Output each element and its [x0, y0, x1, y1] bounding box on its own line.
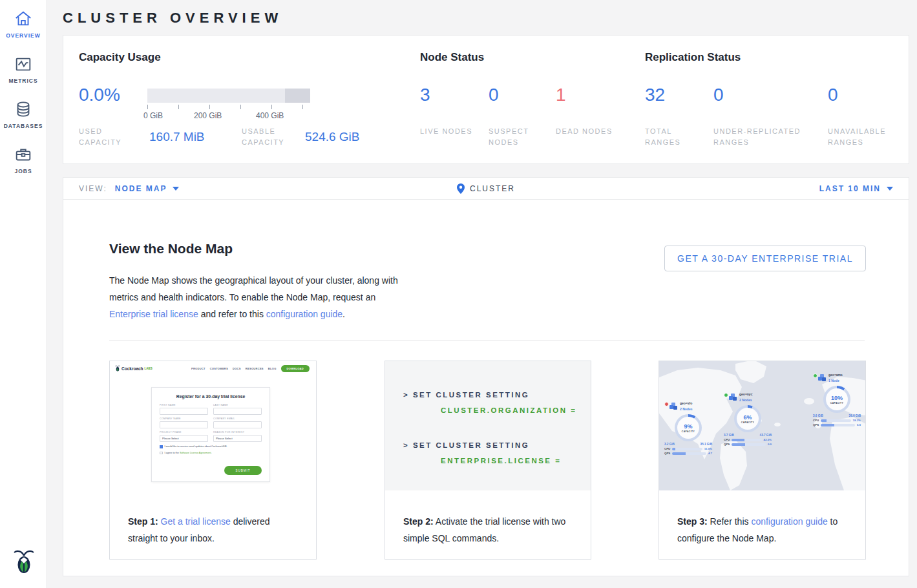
time-range-value: LAST 10 MIN	[819, 184, 881, 193]
sidebar-item-databases[interactable]: DATABASES	[0, 90, 47, 136]
suspect-nodes-value: 0	[489, 85, 499, 105]
mini-input	[213, 408, 262, 415]
status-dot-live	[813, 373, 817, 378]
step-3-card: geo=sfo 2 Nodes 9% CAPACITY 3.2 GiB35.1 …	[659, 361, 866, 560]
mini-input	[160, 421, 208, 428]
node-map-panel: View the Node Map The Node Map shows the…	[63, 200, 909, 576]
mini-select: Please Select	[160, 435, 208, 442]
map-node-nyc: geo=nyc 2 Nodes 6% CAPACITY 3.7 GiB43.7 …	[724, 392, 772, 446]
node-cube-icon	[818, 374, 827, 382]
under-replicated-ranges-label: UNDER-REPLICATED RANGES	[713, 126, 820, 148]
live-nodes-value: 3	[420, 85, 430, 105]
unavailable-ranges-value: 0	[828, 85, 838, 105]
configuration-guide-link[interactable]: configuration guide	[751, 516, 827, 527]
sidebar: OVERVIEW METRICS DATABASES JOBS	[0, 0, 47, 588]
metrics-icon	[0, 54, 47, 74]
mini-checkbox	[160, 452, 163, 455]
step-1-card: Cockroach LABS PRODUCT CUSTOMERS DOCS RE…	[109, 361, 317, 560]
mini-site-nav: PRODUCT CUSTOMERS DOCS RESOURCES BLOG DO…	[191, 365, 310, 372]
replication-status-title: Replication Status	[645, 51, 741, 64]
caret-down-icon	[887, 187, 893, 191]
sql-code-block: > SET CLUSTER SETTING CLUSTER.ORGANIZATI…	[385, 361, 591, 490]
view-selector[interactable]: VIEW: NODE MAP	[79, 184, 179, 193]
capacity-usage-title: Capacity Usage	[79, 51, 161, 64]
main-content: CLUSTER OVERVIEW Capacity Usage 0.0% 0 G…	[47, 0, 917, 588]
step-2-card: > SET CLUSTER SETTING CLUSTER.ORGANIZATI…	[385, 361, 591, 560]
capacity-donut: 6% CAPACITY	[734, 405, 761, 432]
total-ranges-value: 32	[645, 85, 665, 105]
mini-download-button: DOWNLOAD	[281, 365, 310, 372]
cockroach-glyph-icon	[115, 365, 120, 372]
databases-icon	[0, 100, 47, 119]
configuration-guide-link[interactable]: configuration guide	[266, 309, 343, 319]
view-label: VIEW:	[79, 184, 107, 193]
unavailable-ranges-label: UNAVAILABLE RANGES	[828, 126, 886, 148]
usable-capacity-value: 524.6 GiB	[305, 130, 360, 144]
cockroach-logo[interactable]	[0, 548, 47, 579]
dead-nodes-value: 1	[556, 85, 566, 105]
used-capacity-value: 160.7 MiB	[149, 130, 205, 144]
sidebar-item-label: METRICS	[0, 78, 47, 84]
sidebar-item-overview[interactable]: OVERVIEW	[0, 0, 47, 45]
used-capacity-label: USED CAPACITY	[79, 126, 137, 148]
step-2-caption: Step 2: Activate the trial license with …	[403, 513, 575, 547]
mini-input	[213, 421, 262, 428]
jobs-icon	[0, 145, 47, 164]
mini-checkbox-checked	[160, 445, 163, 448]
view-bar: VIEW: NODE MAP CLUSTER LAST 10 MIN	[63, 177, 909, 200]
suspect-nodes-label: SUSPECT NODES	[489, 126, 547, 148]
map-node-ams: geo=ams 1 Node 10% CAPACITY 3.6 GiB36.6 …	[813, 373, 861, 426]
node-map-section-title: View the Node Map	[109, 241, 233, 257]
time-range-selector[interactable]: LAST 10 MIN	[819, 184, 893, 193]
map-pin-icon	[457, 184, 465, 194]
capacity-bar-reserved	[285, 89, 310, 103]
sidebar-item-metrics[interactable]: METRICS	[0, 45, 47, 90]
step-1-screenshot: Cockroach LABS PRODUCT CUSTOMERS DOCS RE…	[110, 361, 316, 490]
capacity-axis-labels: 0 GiB 200 GiB 400 GiB	[147, 111, 310, 120]
caret-down-icon	[173, 187, 179, 191]
cluster-label: CLUSTER	[470, 184, 515, 193]
enterprise-trial-license-link[interactable]: Enterprise trial license	[109, 309, 198, 319]
enterprise-trial-button[interactable]: GET A 30-DAY ENTERPRISE TRIAL	[664, 246, 866, 271]
capacity-donut: 10% CAPACITY	[823, 386, 850, 413]
live-nodes-label: LIVE NODES	[420, 126, 478, 137]
total-ranges-label: TOTAL RANGES	[645, 126, 703, 148]
home-icon	[0, 9, 47, 28]
view-selected-value: NODE MAP	[115, 184, 167, 193]
sidebar-item-jobs[interactable]: JOBS	[0, 136, 47, 181]
dead-nodes-label: DEAD NODES	[556, 126, 614, 137]
node-map-preview: geo=sfo 2 Nodes 9% CAPACITY 3.2 GiB35.1 …	[659, 361, 865, 490]
node-cube-icon	[729, 394, 737, 401]
step-1-caption: Step 1: Get a trial license delivered st…	[128, 513, 300, 547]
node-map-description: The Node Map shows the geographical layo…	[109, 272, 408, 322]
page-title: CLUSTER OVERVIEW	[47, 0, 917, 35]
mini-cockroach-logo: Cockroach LABS	[115, 365, 153, 372]
capacity-donut: 9% CAPACITY	[675, 414, 702, 441]
sidebar-item-label: DATABASES	[0, 123, 47, 129]
mini-input	[160, 408, 208, 415]
mini-submit-button: SUBMIT	[224, 466, 262, 475]
status-dot-live	[724, 393, 728, 397]
sidebar-item-label: JOBS	[0, 168, 47, 174]
capacity-bar-usable	[147, 89, 285, 103]
capacity-percent: 0.0%	[79, 85, 120, 105]
mini-select: Please Select	[213, 435, 262, 442]
section-divider	[109, 340, 865, 341]
app-root: OVERVIEW METRICS DATABASES JOBS	[0, 0, 917, 588]
sidebar-item-label: OVERVIEW	[0, 32, 47, 39]
usable-capacity-label: USABLE CAPACITY	[242, 126, 300, 148]
step-3-caption: Step 3: Refer this configuration guide t…	[677, 513, 850, 547]
node-cube-icon	[669, 403, 678, 410]
status-dot-dead	[664, 402, 669, 406]
under-replicated-ranges-value: 0	[713, 85, 724, 105]
mini-trial-form: Register for a 30-day trial license FIRS…	[151, 387, 270, 482]
get-trial-license-link[interactable]: Get a trial license	[161, 516, 231, 527]
cluster-breadcrumb: CLUSTER	[63, 184, 909, 194]
capacity-bar: 0 GiB 200 GiB 400 GiB	[147, 89, 310, 120]
cluster-summary-card: Capacity Usage 0.0% 0 GiB 200 GiB 400 Gi…	[63, 35, 909, 164]
node-status-title: Node Status	[420, 51, 484, 64]
capacity-axis-ticks	[147, 105, 310, 110]
map-node-sfo: geo=sfo 2 Nodes 9% CAPACITY 3.2 GiB35.1 …	[664, 401, 712, 455]
